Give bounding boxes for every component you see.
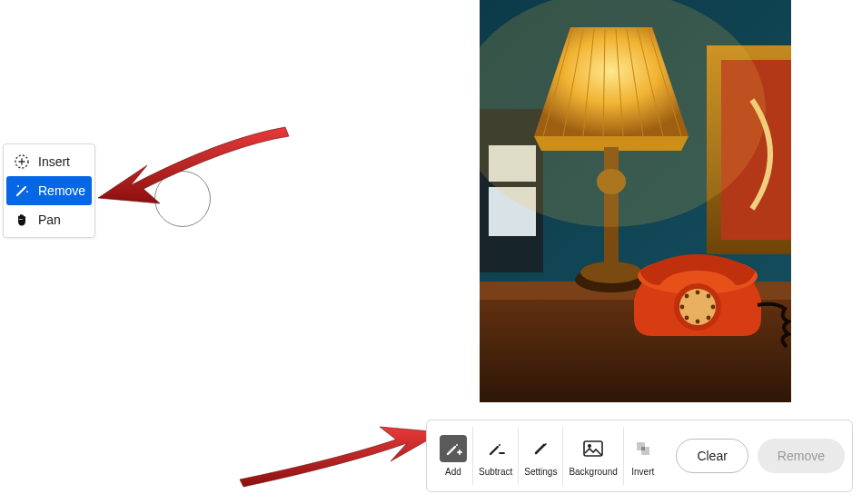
canvas-image[interactable]	[480, 0, 791, 402]
svg-point-37	[499, 444, 500, 446]
remove-tool-label: Remove	[38, 183, 85, 198]
action-buttons: Clear Remove	[676, 439, 845, 473]
hand-icon	[14, 212, 30, 228]
svg-point-1	[25, 186, 26, 188]
annotation-arrow-left	[94, 120, 294, 220]
svg-point-28	[696, 291, 700, 295]
settings-brush-icon	[527, 435, 554, 462]
svg-point-34	[680, 305, 685, 310]
svg-point-30	[711, 305, 716, 310]
svg-rect-42	[641, 447, 645, 450]
remove-tool-button[interactable]: Remove	[6, 176, 92, 205]
svg-point-32	[696, 320, 700, 324]
invert-button[interactable]: Invert	[624, 427, 662, 485]
background-label: Background	[569, 467, 617, 477]
background-button[interactable]: Background	[563, 427, 623, 485]
invert-label: Invert	[631, 467, 654, 477]
pan-tool-button[interactable]: Pan	[6, 205, 92, 234]
svg-point-23	[580, 262, 642, 283]
insert-icon	[14, 153, 30, 170]
invert-icon	[629, 435, 657, 462]
svg-point-31	[707, 316, 711, 321]
tool-group: Add Subtract Settings	[434, 427, 662, 485]
svg-point-33	[685, 316, 689, 321]
annotation-arrow-bottom	[236, 412, 445, 494]
background-icon	[580, 435, 607, 462]
subtract-tool-label: Subtract	[479, 467, 512, 477]
clear-button[interactable]: Clear	[676, 439, 748, 473]
add-tool-button[interactable]: Add	[434, 427, 473, 485]
insert-tool-label: Insert	[38, 154, 70, 169]
remove-button[interactable]: Remove	[758, 439, 845, 473]
pan-tool-label: Pan	[38, 212, 61, 227]
tool-panel: Insert Remove Pan	[3, 143, 95, 238]
subtract-tool-button[interactable]: Subtract	[473, 427, 519, 485]
svg-point-2	[17, 185, 19, 187]
subtract-brush-icon	[482, 435, 510, 462]
svg-point-39	[588, 444, 591, 448]
svg-point-29	[707, 294, 711, 299]
insert-tool-button[interactable]: Insert	[6, 147, 92, 176]
svg-point-35	[685, 294, 689, 299]
settings-button[interactable]: Settings	[519, 427, 563, 485]
svg-point-36	[456, 444, 458, 446]
magic-wand-icon	[14, 183, 30, 199]
bottom-toolbar: Add Subtract Settings	[426, 420, 853, 492]
add-brush-icon	[440, 435, 467, 462]
svg-point-3	[26, 191, 28, 193]
settings-label: Settings	[524, 467, 557, 477]
add-tool-label: Add	[445, 467, 461, 477]
